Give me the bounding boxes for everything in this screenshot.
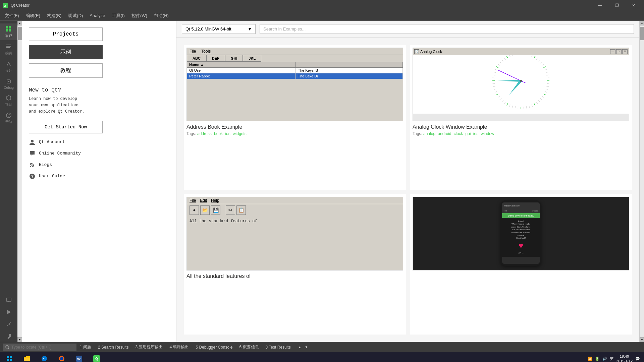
scroll-down-btn[interactable]: ▼ — [17, 337, 22, 342]
maximize-button[interactable]: ❐ — [609, 0, 625, 11]
bottom-search-box[interactable] — [3, 344, 76, 351]
right-scroll-up[interactable]: ▲ — [640, 21, 644, 25]
sidebar-item-build2[interactable] — [0, 318, 17, 330]
sidebar-item-run[interactable] — [0, 306, 17, 318]
tag-ios[interactable]: ios — [225, 131, 230, 136]
svg-text:W: W — [77, 357, 81, 361]
bottom-tab-search[interactable]: 2 Search Results — [95, 344, 132, 351]
scroll-thumb[interactable] — [18, 27, 22, 40]
search-placeholder: Search in Examples... — [263, 26, 306, 32]
svg-line-32 — [542, 64, 544, 65]
sidebar-item-monitor[interactable] — [0, 294, 17, 306]
menu-build[interactable]: 构建(B) — [44, 11, 65, 20]
tutorials-button[interactable]: 教程 — [29, 63, 103, 78]
close-button[interactable]: ✕ — [626, 0, 641, 11]
tag-ios2[interactable]: ios — [473, 131, 478, 136]
sidebar-item-hammer[interactable] — [0, 330, 17, 342]
sidebar-item-debug[interactable]: Debug — [0, 76, 17, 92]
bottom-tab-summary[interactable]: 6 概要信息 — [236, 343, 262, 351]
std-cut-btn: ✂ — [226, 205, 235, 215]
welcome-content: Projects 示例 教程 New to Qt? Learn how to d… — [22, 21, 176, 342]
dropdown-arrow-icon: ▼ — [248, 26, 252, 32]
locate-input[interactable] — [11, 345, 65, 350]
analog-clock-card[interactable]: 🕐 Analog Clock — □ ✕ — [410, 45, 632, 190]
examples-search[interactable]: Search in Examples... — [260, 24, 634, 34]
clock-close-btn[interactable]: ✕ — [622, 49, 628, 54]
qtcreator-taskbar-icon: Q — [93, 355, 100, 362]
bottom-arrow-up[interactable]: ▲ — [297, 345, 303, 350]
standard-features-card[interactable]: File Edit Help ✦ 📂 💾 ✂ 📋 — [184, 194, 406, 335]
tag-widgets[interactable]: widgets — [233, 131, 247, 136]
new-to-qt-heading: New to Qt? — [29, 87, 169, 93]
svg-rect-89 — [7, 356, 9, 358]
taskbar-file-explorer[interactable] — [19, 352, 35, 362]
taskbar-qtcreator[interactable]: Q — [89, 352, 105, 362]
bottom-tab-test[interactable]: 8 Test Results — [262, 344, 294, 351]
address-book-card[interactable]: File Tools ABC DEF GHI JKL N — [184, 45, 406, 190]
right-scroll-down[interactable]: ▼ — [640, 337, 644, 342]
svg-line-60 — [502, 100, 503, 102]
menu-edit[interactable]: 编辑(E) — [22, 11, 44, 20]
projects-button[interactable]: Projects — [29, 27, 103, 41]
bottom-tab-debugger[interactable]: 5 Debugger Console — [192, 344, 236, 351]
tag-window[interactable]: window — [481, 131, 494, 136]
tag-gui[interactable]: gui — [465, 131, 471, 136]
bottom-arrow-down[interactable]: ▼ — [304, 345, 310, 350]
bottom-tab-compile[interactable]: 4 编译输出 — [166, 343, 192, 351]
welcome-scrollbar[interactable]: ▲ ▼ — [17, 21, 22, 342]
sidebar-item-edit[interactable]: 编辑 — [0, 41, 17, 58]
examples-button[interactable]: 示例 — [29, 45, 103, 59]
sidebar-item-help[interactable]: ? 帮助 — [0, 110, 17, 126]
taskbar-firefox[interactable] — [54, 352, 70, 362]
version-label: Qt 5.12.0 MinGW 64-bit — [185, 26, 231, 32]
tag-book[interactable]: book — [214, 131, 223, 136]
projects-icon — [5, 94, 12, 102]
mobile-card[interactable]: HeartRate.com ●●● maxim Demo device conn… — [410, 194, 632, 335]
menu-tools[interactable]: 工具(I) — [109, 11, 128, 20]
tag-android[interactable]: android — [438, 131, 451, 136]
bottom-tab-app-output[interactable]: 3 应用程序输出 — [132, 343, 166, 351]
svg-rect-7 — [6, 46, 11, 47]
phone-sub-bar: ●●● maxim — [502, 208, 540, 213]
start-button[interactable] — [1, 352, 17, 362]
std-preview: File Edit Help ✦ 📂 💾 ✂ 📋 — [187, 197, 403, 270]
new-to-qt-description: Learn how to developyour own application… — [29, 96, 169, 115]
menu-file[interactable]: 文件(F) — [1, 11, 22, 20]
menu-widgets[interactable]: 控件(W) — [128, 11, 151, 20]
taskbar-notification[interactable]: 💬 — [635, 357, 640, 361]
user-guide-link[interactable]: ? User Guide — [29, 173, 169, 180]
svg-line-55 — [515, 106, 515, 109]
clock-minimize-btn[interactable]: — — [610, 49, 615, 54]
menu-help[interactable]: 帮助(H) — [151, 11, 172, 20]
minimize-button[interactable]: — — [592, 0, 608, 11]
right-scroll-thumb[interactable] — [640, 27, 644, 40]
blogs-link[interactable]: Blogs — [29, 162, 169, 168]
blogs-label: Blogs — [39, 162, 52, 167]
scroll-up-btn[interactable]: ▲ — [17, 21, 22, 25]
phone-main-content: Relax!When you are ready,press Start. Yo… — [502, 218, 540, 257]
taskbar-edge[interactable]: e — [36, 352, 52, 362]
tag-analog[interactable]: analog — [423, 131, 435, 136]
svg-rect-8 — [6, 47, 10, 48]
design-label: 设计 — [5, 68, 12, 73]
sidebar-item-design[interactable]: 设计 — [0, 58, 17, 75]
title-bar: Q Qt Creator — ❐ ✕ — [0, 0, 644, 11]
tag-clock[interactable]: clock — [454, 131, 463, 136]
clock-maximize-btn[interactable]: □ — [616, 49, 622, 54]
svg-rect-92 — [10, 359, 12, 361]
sidebar-item-welcome[interactable]: 欢迎 — [0, 23, 17, 40]
online-community-link[interactable]: Online Community — [29, 150, 169, 157]
projects-label: 项目 — [5, 102, 12, 107]
svg-rect-2 — [6, 26, 8, 28]
menu-analyze[interactable]: Analyze — [86, 12, 108, 19]
right-scrollbar[interactable]: ▲ ▼ — [639, 21, 644, 342]
qt-account-link[interactable]: Qt Account — [29, 139, 169, 145]
menu-debug[interactable]: 调试(D) — [65, 11, 86, 20]
bottom-tab-issues[interactable]: 1 问题 — [76, 343, 95, 351]
svg-text:?: ? — [8, 114, 10, 117]
sidebar-item-projects[interactable]: 项目 — [0, 92, 17, 109]
version-select[interactable]: Qt 5.12.0 MinGW 64-bit ▼ — [182, 24, 256, 34]
tag-address[interactable]: address — [197, 131, 212, 136]
get-started-button[interactable]: Get Started Now — [29, 121, 103, 133]
taskbar-word[interactable]: W — [71, 352, 87, 362]
